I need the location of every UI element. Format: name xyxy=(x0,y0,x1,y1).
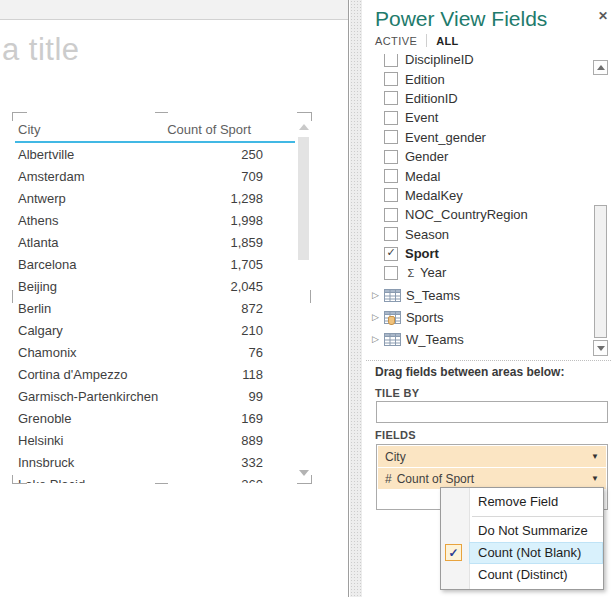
expander-icon[interactable]: ▷ xyxy=(372,290,379,300)
tab-all[interactable]: ALL xyxy=(436,35,459,47)
table-row: Lake Placid 260 xyxy=(15,473,295,483)
field-label: Edition xyxy=(405,72,445,87)
field-list-item[interactable]: Edition xyxy=(362,69,587,88)
fields-scroll-down-button[interactable] xyxy=(593,340,608,356)
tile-by-well[interactable] xyxy=(376,401,608,423)
table-icon xyxy=(384,311,401,324)
cell-count: 76 xyxy=(249,345,295,360)
checkbox[interactable] xyxy=(384,227,398,241)
cell-count: 99 xyxy=(249,389,295,404)
menu-item[interactable]: Count (Distinct) xyxy=(441,564,603,586)
selection-handle-bottom-right[interactable] xyxy=(297,475,312,484)
menu-item[interactable]: Do Not Summarize xyxy=(441,520,603,542)
checkbox[interactable] xyxy=(384,266,398,280)
table-tree-item[interactable]: ▷ W_Teams xyxy=(362,328,587,350)
table-name: S_Teams xyxy=(406,288,460,303)
field-well-pill[interactable]: City ▼ xyxy=(378,446,606,467)
fields-well-label: FIELDS xyxy=(375,429,416,441)
cell-count: 250 xyxy=(241,147,295,162)
expander-icon[interactable]: ▷ xyxy=(372,312,379,322)
cell-count: 1,859 xyxy=(230,235,295,250)
column-header-count[interactable]: Count of Sport xyxy=(167,122,295,137)
field-label: DisciplineID xyxy=(405,54,474,67)
field-label: Event_gender xyxy=(405,130,486,145)
menu-item[interactable]: Remove Field xyxy=(441,491,603,513)
checkbox[interactable] xyxy=(384,54,398,67)
table-row: Barcelona 1,705 xyxy=(15,253,295,275)
selection-handle-right-middle[interactable] xyxy=(310,290,311,303)
cell-city: Amsterdam xyxy=(15,169,84,184)
field-list-item[interactable]: Season xyxy=(362,225,587,244)
field-label: Gender xyxy=(405,149,448,164)
field-well-pill[interactable]: # Count of Sport ▼ xyxy=(378,468,606,489)
pane-title: Power View Fields xyxy=(375,7,547,31)
fields-scrollbar-thumb[interactable] xyxy=(594,205,607,338)
cell-city: Cortina d'Ampezzo xyxy=(15,367,127,382)
field-list-item[interactable]: ✓ Sport xyxy=(362,244,587,263)
tab-active[interactable]: ACTIVE xyxy=(375,35,417,47)
checkbox[interactable] xyxy=(384,91,398,105)
table-tree-item[interactable]: ▷ Sports xyxy=(362,306,587,328)
field-list-item[interactable]: Medal xyxy=(362,166,587,185)
field-list-item[interactable]: Event xyxy=(362,108,587,127)
fields-scroll-up-button[interactable] xyxy=(593,60,608,75)
expander-icon[interactable]: ▷ xyxy=(372,334,379,344)
checkbox[interactable] xyxy=(384,169,398,183)
field-list-item[interactable]: Gender xyxy=(362,147,587,166)
sigma-icon: Σ xyxy=(405,267,417,279)
cell-city: Chamonix xyxy=(15,345,77,360)
table-row: Berlin 872 xyxy=(15,297,295,319)
field-list-item[interactable]: NOC_CountryRegion xyxy=(362,205,587,224)
table-scrollbar-thumb[interactable] xyxy=(298,137,309,260)
checkbox[interactable]: ✓ xyxy=(384,247,398,261)
selection-handle-bottom-left[interactable] xyxy=(12,475,27,484)
column-header-city[interactable]: City xyxy=(15,122,40,137)
cell-count: 1,998 xyxy=(230,213,295,228)
checkbox[interactable] xyxy=(384,150,398,164)
field-list-item[interactable]: EditionID xyxy=(362,89,587,108)
checkbox[interactable] xyxy=(384,130,398,144)
cell-city: Calgary xyxy=(15,323,63,338)
database-badge-icon xyxy=(388,316,395,325)
selection-handle-top-middle[interactable] xyxy=(155,112,168,113)
selection-handle-bottom-middle[interactable] xyxy=(155,483,168,484)
field-list-item[interactable]: Σ Year xyxy=(362,263,587,282)
field-label: MedalKey xyxy=(405,188,463,203)
table-tree-item[interactable]: ▷ S_Teams xyxy=(362,284,587,306)
table-header-row: City Count of Sport xyxy=(15,112,295,143)
selection-handle-top-left[interactable] xyxy=(12,112,27,121)
field-list: DisciplineID Edition EditionID Event Eve… xyxy=(362,54,587,284)
field-label: Event xyxy=(405,110,438,125)
field-list-item[interactable]: Event_gender xyxy=(362,128,587,147)
table-icon xyxy=(384,289,401,302)
close-icon[interactable]: ✕ xyxy=(598,9,608,23)
down-arrow-icon xyxy=(597,346,605,351)
checkbox[interactable] xyxy=(384,188,398,202)
table-scroll-up-icon[interactable] xyxy=(299,124,309,130)
field-label: Year xyxy=(420,265,446,280)
checkbox[interactable] xyxy=(384,72,398,86)
selection-handle-top-right[interactable] xyxy=(297,112,312,121)
check-icon: ✓ xyxy=(386,247,395,258)
cell-city: Beijing xyxy=(15,279,57,294)
dropdown-arrow-icon[interactable]: ▼ xyxy=(591,474,599,483)
field-list-item[interactable]: MedalKey xyxy=(362,186,587,205)
checkbox[interactable] xyxy=(384,208,398,222)
cell-count: 332 xyxy=(241,455,295,470)
dropdown-arrow-icon[interactable]: ▼ xyxy=(591,452,599,461)
cell-city: Garmisch-Partenkirchen xyxy=(15,389,158,404)
canvas-top-strip xyxy=(0,0,348,20)
report-title-placeholder[interactable]: a title xyxy=(2,32,80,68)
cell-city: Antwerp xyxy=(15,191,66,206)
table-row: Antwerp 1,298 xyxy=(15,187,295,209)
table-row: Albertville 250 xyxy=(15,143,295,165)
menu-item[interactable]: Count (Not Blank) ✓ xyxy=(469,542,603,564)
table-visualization[interactable]: City Count of Sport Albertville 250 Amst… xyxy=(12,112,311,483)
selection-handle-left-middle[interactable] xyxy=(12,290,13,303)
checkbox[interactable] xyxy=(384,111,398,125)
data-table: City Count of Sport Albertville 250 Amst… xyxy=(15,112,295,483)
cell-count: 872 xyxy=(241,301,295,316)
cell-city: Berlin xyxy=(15,301,51,316)
field-list-item[interactable]: DisciplineID xyxy=(362,54,587,69)
report-canvas[interactable]: a title City Count of Sport Albertville … xyxy=(0,0,349,597)
